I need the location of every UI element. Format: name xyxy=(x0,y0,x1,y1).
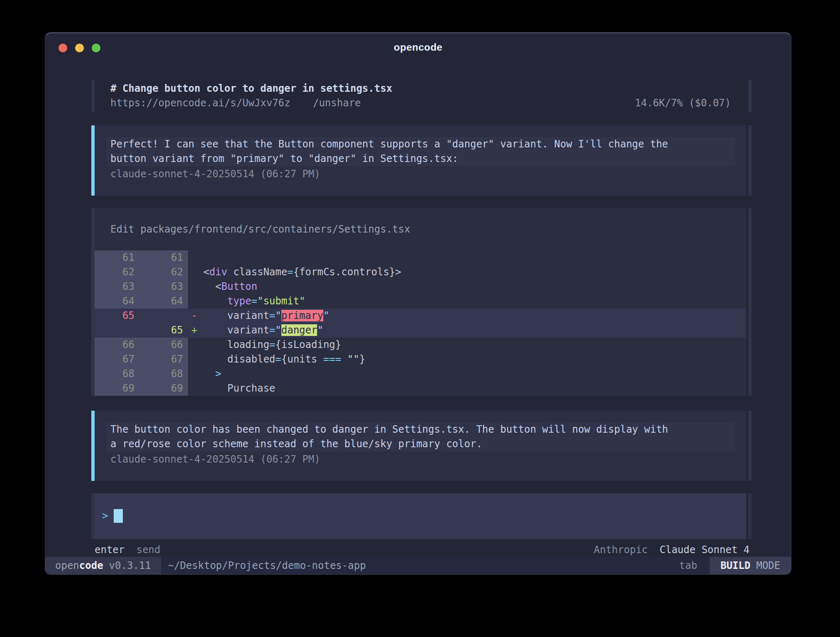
working-directory: ~/Desktop/Projects/demo-notes-app xyxy=(161,557,366,574)
send-action-hint: send xyxy=(137,544,161,556)
diff-row: 6464 type="submit" xyxy=(95,294,746,309)
mode-label-bold: BUILD xyxy=(720,560,750,571)
diff-view: 6161 6262 <div className={formCs.control… xyxy=(95,250,746,396)
session-title: # Change button color to danger in setti… xyxy=(110,81,746,96)
minimize-window-button[interactable] xyxy=(75,44,84,52)
diff-row: 65+ variant="danger" xyxy=(95,323,746,338)
zoom-window-button[interactable] xyxy=(92,44,100,52)
assistant-message: The button color has been changed to dan… xyxy=(91,411,752,481)
message-text: The button color has been changed to dan… xyxy=(110,422,746,451)
message-text: Perfect! I can see that the Button compo… xyxy=(110,137,746,166)
assistant-message: Perfect! I can see that the Button compo… xyxy=(91,125,752,196)
diff-row: 6767 disabled={units === ""} xyxy=(95,352,746,367)
enter-key-hint: enter xyxy=(95,544,125,556)
unshare-command[interactable]: /unshare xyxy=(313,97,361,109)
app-version-badge: opencode v0.3.11 xyxy=(45,557,161,574)
tab-key-hint: tab xyxy=(679,557,708,574)
traffic-lights xyxy=(59,44,100,52)
prompt-chevron: > xyxy=(102,509,108,523)
diff-row: 6363 <Button xyxy=(95,279,746,294)
diff-row: 6868 > xyxy=(95,367,746,381)
mode-badge[interactable]: BUILD MODE xyxy=(710,557,791,574)
app-version: v0.3.11 xyxy=(109,560,151,571)
hint-row: enter send Anthropic Claude Sonnet 4 xyxy=(95,542,750,557)
model-name: Claude Sonnet 4 xyxy=(659,544,750,556)
token-cost-stats: 14.6K/7% ($0.07) xyxy=(635,96,731,110)
diff-row: 6969 Purchase xyxy=(95,381,746,396)
right-rail xyxy=(748,80,752,112)
app-name-open: open xyxy=(55,560,79,571)
left-rail xyxy=(91,80,95,112)
prompt-input-area[interactable]: > xyxy=(91,493,752,539)
message-accent-border xyxy=(91,411,95,481)
message-accent-border xyxy=(91,125,95,196)
model-timestamp: claude-sonnet-4-20250514 (06:27 PM) xyxy=(110,452,746,467)
edit-file-path: Edit packages/frontend/src/containers/Se… xyxy=(95,208,746,250)
model-timestamp: claude-sonnet-4-20250514 (06:27 PM) xyxy=(110,167,746,181)
diff-row: 6666 loading={isLoading} xyxy=(95,338,746,352)
close-window-button[interactable] xyxy=(59,44,67,52)
window-title: opencode xyxy=(45,33,791,53)
provider-name: Anthropic xyxy=(594,544,648,556)
edit-tool-block: Edit packages/frontend/src/containers/Se… xyxy=(91,208,752,396)
message-line: The button color has been changed to dan… xyxy=(106,422,735,437)
message-line: button variant from "primary" to "danger… xyxy=(106,152,735,166)
message-line: Perfect! I can see that the Button compo… xyxy=(106,137,735,152)
mode-label-rest: MODE xyxy=(756,560,780,571)
right-rail xyxy=(748,125,752,196)
right-rail xyxy=(748,411,752,481)
diff-row: 6262 <div className={formCs.controls}> xyxy=(95,265,746,279)
left-rail xyxy=(91,493,95,539)
diff-row: 6161 xyxy=(95,250,746,265)
diff-row: 65- variant="primary" xyxy=(95,309,746,323)
session-header: # Change button color to danger in setti… xyxy=(91,80,752,112)
titlebar: opencode xyxy=(45,33,791,59)
right-rail xyxy=(748,493,752,539)
left-rail xyxy=(91,208,95,396)
message-line: a red/rose color scheme instead of the b… xyxy=(106,437,735,451)
status-bar: opencode v0.3.11 ~/Desktop/Projects/demo… xyxy=(45,557,791,574)
right-rail xyxy=(748,208,752,396)
text-cursor xyxy=(114,509,123,523)
opencode-window: opencode # Change button color to danger… xyxy=(45,32,791,575)
share-url-link[interactable]: https://opencode.ai/s/UwJxv76z xyxy=(110,97,290,109)
app-name-code: code xyxy=(79,560,103,571)
